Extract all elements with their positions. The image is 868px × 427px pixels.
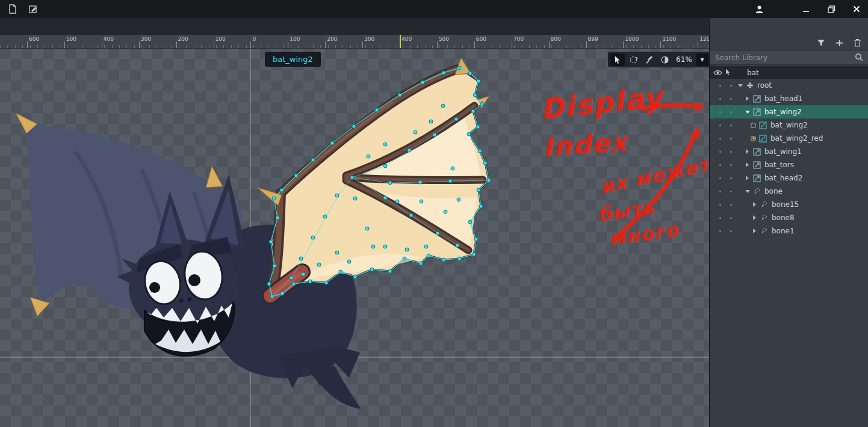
mesh-vertex[interactable] — [457, 257, 461, 260]
visibility-dot[interactable] — [715, 111, 725, 113]
mesh-vertex[interactable] — [324, 281, 328, 284]
mesh-vertex[interactable] — [323, 215, 327, 218]
visibility-dot[interactable] — [715, 177, 725, 179]
mesh-vertex[interactable] — [281, 292, 284, 295]
restore-button[interactable] — [825, 2, 838, 16]
transform-tool-button[interactable] — [626, 54, 640, 66]
lock-dot[interactable] — [725, 98, 736, 100]
visibility-dot[interactable] — [715, 98, 725, 100]
visibility-dot[interactable] — [715, 217, 725, 219]
mesh-vertex[interactable] — [479, 204, 483, 208]
lock-dot[interactable] — [725, 124, 736, 126]
tree-row-bone8[interactable]: bone8 — [710, 211, 868, 224]
mesh-vertex[interactable] — [267, 282, 271, 286]
expander-icon[interactable] — [736, 82, 744, 89]
canvas-stage[interactable]: Display Index их может быть много bat_wi… — [0, 48, 709, 427]
mesh-vertex[interactable] — [302, 272, 305, 276]
mesh-vertex[interactable] — [448, 179, 452, 183]
mesh-vertex[interactable] — [420, 200, 423, 203]
mesh-vertex[interactable] — [441, 104, 445, 108]
mesh-vertex[interactable] — [451, 167, 454, 170]
mesh-vertex[interactable] — [330, 141, 334, 145]
expander-icon[interactable] — [743, 188, 751, 195]
edit-document-icon[interactable] — [25, 2, 41, 16]
mesh-vertex[interactable] — [350, 176, 354, 179]
expander-icon[interactable] — [751, 227, 758, 235]
mesh-vertex[interactable] — [383, 196, 387, 200]
tree-row-root[interactable]: root — [710, 79, 868, 92]
mesh-vertex[interactable] — [383, 164, 387, 168]
lock-dot[interactable] — [725, 151, 736, 153]
mesh-vertex[interactable] — [398, 93, 401, 97]
mesh-vertex[interactable] — [424, 245, 428, 248]
mesh-vertex[interactable] — [467, 132, 471, 136]
mesh-vertex[interactable] — [442, 258, 445, 262]
mesh-vertex[interactable] — [353, 275, 357, 278]
mesh-vertex[interactable] — [294, 174, 298, 177]
mesh-vertex[interactable] — [317, 263, 321, 266]
mesh-vertex[interactable] — [273, 264, 276, 268]
lock-dot[interactable] — [725, 217, 736, 219]
mesh-vertex[interactable] — [456, 244, 459, 247]
lock-dot[interactable] — [725, 138, 736, 140]
mesh-vertex[interactable] — [408, 149, 411, 152]
mesh-vertex[interactable] — [454, 117, 458, 121]
mesh-vertex[interactable] — [419, 262, 423, 265]
lock-dot[interactable] — [725, 177, 736, 179]
mesh-vertex[interactable] — [375, 108, 379, 112]
tree-row-bat_wing1[interactable]: bat_wing1 — [710, 145, 868, 158]
mesh-vertex[interactable] — [292, 282, 296, 286]
mesh-vertex[interactable] — [272, 197, 276, 200]
mesh-vertex[interactable] — [383, 143, 387, 146]
expander-icon[interactable] — [743, 95, 751, 102]
visibility-dot[interactable] — [715, 151, 725, 153]
mesh-vertex[interactable] — [468, 72, 472, 75]
mesh-vertex[interactable] — [442, 71, 445, 75]
mesh-vertex[interactable] — [388, 181, 392, 185]
mesh-vertex[interactable] — [409, 214, 413, 217]
mesh-vertex[interactable] — [414, 131, 417, 134]
tree-row-bat_wing2[interactable]: bat_wing2 — [710, 105, 868, 118]
mesh-vertex[interactable] — [457, 66, 461, 70]
expander-icon[interactable] — [751, 201, 758, 208]
new-document-icon[interactable] — [5, 2, 20, 16]
lock-dot[interactable] — [725, 111, 736, 113]
mesh-vertex[interactable] — [405, 248, 409, 251]
mesh-vertex[interactable] — [473, 93, 477, 97]
mesh-vertex[interactable] — [339, 270, 343, 274]
mesh-vertex[interactable] — [269, 240, 273, 244]
mesh-vertex[interactable] — [403, 257, 406, 260]
expander-icon[interactable] — [743, 108, 751, 115]
contrast-toggle[interactable] — [657, 54, 672, 66]
visibility-dot[interactable] — [715, 164, 725, 166]
mesh-vertex[interactable] — [477, 79, 480, 83]
tree-row-bat_head2[interactable]: bat_head2 — [710, 171, 868, 185]
mesh-vertex[interactable] — [370, 268, 374, 271]
visibility-dot[interactable] — [715, 124, 725, 126]
close-button[interactable] — [850, 2, 863, 16]
mesh-vertex[interactable] — [276, 216, 279, 220]
mesh-vertex[interactable] — [478, 149, 482, 153]
mesh-vertex[interactable] — [477, 188, 480, 192]
expander-icon[interactable] — [743, 174, 751, 182]
mesh-vertex[interactable] — [418, 180, 422, 184]
mesh-vertex[interactable] — [474, 238, 478, 241]
mesh-vertex[interactable] — [436, 232, 439, 235]
visibility-dot[interactable] — [715, 204, 725, 206]
mesh-vertex[interactable] — [335, 194, 339, 197]
tree-row-bone[interactable]: bone — [710, 185, 868, 198]
search-input[interactable]: Search Library — [710, 51, 868, 65]
eye-icon[interactable] — [713, 67, 722, 78]
mesh-vertex[interactable] — [311, 236, 315, 239]
expander-icon[interactable] — [751, 214, 758, 221]
add-icon[interactable] — [835, 39, 843, 47]
mesh-vertex[interactable] — [483, 161, 487, 165]
lock-dot[interactable] — [725, 164, 736, 166]
mesh-vertex[interactable] — [388, 269, 392, 273]
filter-icon[interactable] — [817, 38, 825, 47]
tree-row-bat_tors[interactable]: bat_tors — [710, 158, 868, 171]
mesh-vertex[interactable] — [311, 158, 315, 162]
cursor-tool-button[interactable] — [610, 54, 625, 66]
mesh-vertex[interactable] — [280, 188, 284, 192]
mesh-vertex[interactable] — [468, 220, 472, 224]
